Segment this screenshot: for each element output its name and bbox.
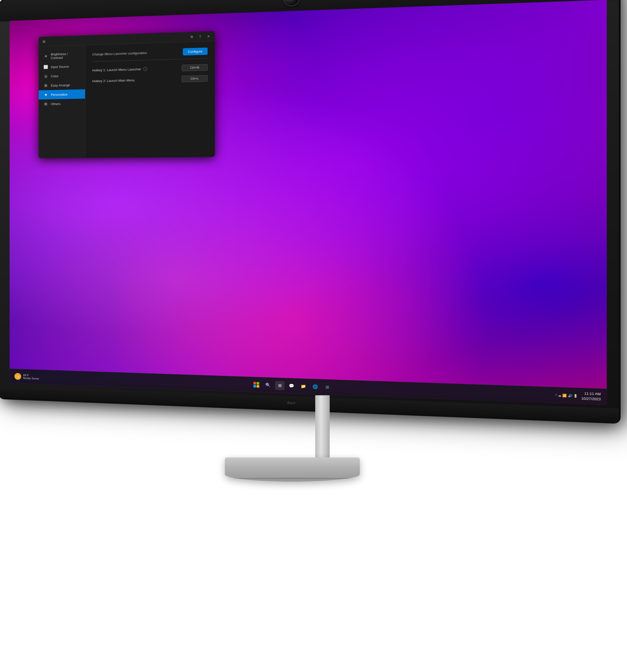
taskbar-store-button[interactable]: ⊞ (322, 382, 332, 392)
weather-desc: Mostly Sunny (23, 377, 39, 380)
hotkey1-label: Hotkey 1: Launch Menu Launcher i (92, 67, 147, 72)
windows-logo-icon (254, 382, 259, 388)
taskbar-left: 🌤 68°F Mostly Sunny (15, 373, 39, 381)
sidebar-item-label-input: Input Source (51, 65, 69, 69)
taskbar-widgets-button[interactable]: ⊞ (275, 381, 285, 390)
taskbar-teams-button[interactable]: 💬 (287, 381, 296, 390)
sidebar-item-label-personalize: Personalize (51, 93, 68, 97)
main-header: Change Menu Launcher configuration Confi… (92, 47, 208, 58)
taskbar-start-button[interactable] (251, 380, 261, 389)
sidebar-item-label-easy-arrange: Easy Arrange (51, 83, 70, 87)
taskbar-explorer-button[interactable]: 📁 (298, 382, 308, 391)
easy-arrange-icon: ⊞ (44, 83, 48, 88)
help-button[interactable]: ? (198, 34, 202, 39)
sidebar-item-personalize[interactable]: ★ Personalize (39, 89, 85, 99)
sidebar-item-others[interactable]: ⊞ Others (39, 99, 85, 109)
hotkey2-input[interactable] (182, 75, 208, 82)
sidebar: ☀ Brightness / Contrast ⬜ Input Source ◎… (39, 45, 85, 158)
sidebar-item-label-others: Others (51, 102, 61, 106)
stand-base (225, 457, 360, 482)
camera-lens (283, 0, 300, 7)
weather-icon: 🌤 (15, 373, 21, 380)
configure-button[interactable]: Configure (183, 47, 208, 55)
camera-assembly (283, 0, 300, 7)
hotkey1-row: Hotkey 1: Launch Menu Launcher i (92, 64, 208, 73)
hotkey2-label: Hotkey 2: Launch Main Menu (92, 78, 135, 83)
personalize-icon: ★ (44, 93, 48, 97)
taskbar-time-display: 11:11 AM 10/27/2023 (581, 391, 601, 402)
taskbar-edge-button[interactable]: 🌐 (310, 382, 320, 392)
brightness-icon: ☀ (44, 54, 48, 58)
taskbar-center: 🔍 ⊞ 💬 📁 🌐 ⊞ (251, 380, 332, 392)
hotkey1-label-text: Hotkey 1: Launch Menu Launcher (92, 67, 141, 72)
taskbar-right: ^ ☁ 📶 🔊 🔋 11:11 AM 10/27/2023 (555, 390, 601, 402)
app-window: ⊞ ⚙ ? ✕ ☀ Brightness / Contrast (39, 31, 215, 158)
hotkey1-info-icon[interactable]: i (143, 67, 147, 71)
sidebar-item-easy-arrange[interactable]: ⊞ Easy Arrange (39, 80, 85, 90)
monitor-stand (285, 395, 360, 482)
sidebar-item-label-color: Color (51, 74, 58, 78)
sidebar-item-brightness-contrast[interactable]: ☀ Brightness / Contrast (39, 49, 85, 63)
hotkey2-label-text: Hotkey 2: Launch Main Menu (92, 78, 135, 83)
section-title: Change Menu Launcher configuration (92, 51, 147, 56)
others-icon: ⊞ (44, 102, 48, 106)
window-title-icon: ⊞ (43, 40, 46, 44)
window-controls: ⚙ ? ✕ (189, 34, 211, 39)
taskbar-time: 11:11 AM (581, 391, 601, 397)
taskbar-search-button[interactable]: 🔍 (263, 380, 273, 390)
screen: ⊞ ⚙ ? ✕ ☀ Brightness / Contrast (10, 0, 607, 405)
scene: ⊞ ⚙ ? ✕ ☀ Brightness / Contrast (0, 0, 627, 672)
color-icon: ◎ (44, 74, 48, 78)
input-source-icon: ⬜ (44, 65, 48, 69)
hotkey1-input[interactable] (182, 64, 208, 71)
sidebar-item-color[interactable]: ◎ Color (39, 71, 85, 81)
hotkey2-row: Hotkey 2: Launch Main Menu (92, 75, 208, 85)
weather-info: 68°F Mostly Sunny (23, 374, 39, 380)
taskbar-system-icons: ^ ☁ 📶 🔊 🔋 (555, 393, 578, 398)
sidebar-item-label-brightness: Brightness / Contrast (51, 52, 80, 60)
divider (92, 58, 208, 62)
stand-neck (315, 395, 330, 458)
main-content: Change Menu Launcher configuration Confi… (85, 41, 215, 158)
close-button[interactable]: ✕ (206, 34, 211, 39)
taskbar-date: 10/27/2023 (581, 396, 601, 402)
settings-button[interactable]: ⚙ (189, 34, 194, 39)
window-body: ☀ Brightness / Contrast ⬜ Input Source ◎… (39, 41, 215, 158)
sidebar-item-input-source[interactable]: ⬜ Input Source (39, 62, 85, 72)
monitor-bezel: ⊞ ⚙ ? ✕ ☀ Brightness / Contrast (0, 0, 619, 422)
